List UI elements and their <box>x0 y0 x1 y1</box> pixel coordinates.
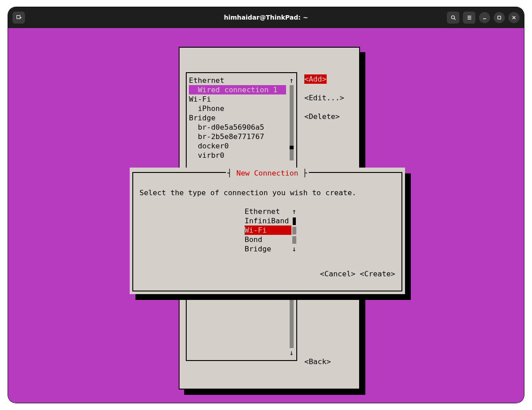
type-wifi[interactable]: Wi-Fi <box>245 226 303 235</box>
list-item-br1[interactable]: br-d0e5a56906a5 <box>189 123 286 132</box>
new-tab-icon <box>16 15 22 20</box>
new-connection-dialog: ┤ New Connection ├ Select the type of co… <box>130 168 405 294</box>
connection-type-list[interactable]: Ethernet↑ InfiniBand Wi-Fi Bond Bridge↓ <box>245 207 303 254</box>
scroll-track <box>290 85 294 146</box>
list-item-br2[interactable]: br-2b5e8e771767 <box>189 132 286 141</box>
list-item-virbr0[interactable]: virbr0 <box>189 151 286 160</box>
scroll-up-icon: ↑ <box>291 207 297 216</box>
scroll-up-icon: ↑ <box>289 76 295 85</box>
list-group-wifi: Wi-Fi <box>189 94 286 104</box>
menu-button[interactable] <box>463 12 475 24</box>
connection-list[interactable]: Ethernet Wired connection 1 Wi-Fi iPhone… <box>189 76 286 160</box>
scroll-track <box>292 227 296 234</box>
side-actions: <Add> <Edit...> <Delete> <box>304 74 353 121</box>
scroll-down-icon: ↓ <box>291 244 297 254</box>
svg-rect-0 <box>16 16 20 19</box>
scroll-track-2 <box>290 149 294 160</box>
hamburger-icon <box>467 15 472 20</box>
search-icon <box>450 15 456 20</box>
dialog-prompt: Select the type of connection you wish t… <box>139 188 356 197</box>
type-bridge[interactable]: Bridge↓ <box>245 244 303 254</box>
scroll-thumb <box>290 146 294 149</box>
type-infiniband[interactable]: InfiniBand <box>245 216 303 226</box>
create-button[interactable]: <Create> <box>360 270 395 278</box>
svg-point-3 <box>451 16 454 19</box>
search-button[interactable] <box>447 12 459 24</box>
new-tab-button[interactable] <box>12 12 25 24</box>
scroll-thumb <box>293 217 296 225</box>
minimize-icon <box>482 15 487 20</box>
list-group-ethernet: Ethernet <box>189 76 286 85</box>
list-item-docker0[interactable]: docker0 <box>189 141 286 151</box>
close-button[interactable] <box>508 12 520 23</box>
titlebar-right <box>447 12 520 24</box>
window-title: himhaidar@ThinkPad: ~ <box>224 13 308 22</box>
maximize-icon <box>496 15 502 20</box>
list-item-wired-connection-1[interactable]: Wired connection 1 <box>189 85 286 94</box>
back-button[interactable]: <Back> <box>304 357 331 366</box>
svg-rect-9 <box>498 16 501 19</box>
list-item-iphone[interactable]: iPhone <box>189 104 286 113</box>
type-ethernet[interactable]: Ethernet↑ <box>245 207 303 216</box>
cancel-button[interactable]: <Cancel> <box>320 270 355 278</box>
type-bond[interactable]: Bond <box>245 235 303 244</box>
close-icon <box>511 15 517 20</box>
dialog-buttons: <Cancel> <Create> <box>320 269 395 279</box>
add-button[interactable]: <Add> <box>304 74 327 84</box>
minimize-button[interactable] <box>479 12 490 23</box>
list-group-bridge: Bridge <box>189 113 286 123</box>
edit-button[interactable]: <Edit...> <box>304 93 353 102</box>
maximize-button[interactable] <box>494 12 505 23</box>
delete-button[interactable]: <Delete> <box>304 112 353 121</box>
terminal-viewport: Ethernet Wired connection 1 Wi-Fi iPhone… <box>8 28 524 403</box>
scroll-down-icon: ↓ <box>289 348 295 357</box>
scroll-track <box>292 236 296 244</box>
terminal-window: himhaidar@ThinkPad: ~ Eth <box>8 7 524 403</box>
svg-line-4 <box>454 18 455 20</box>
titlebar: himhaidar@ThinkPad: ~ <box>8 7 524 28</box>
